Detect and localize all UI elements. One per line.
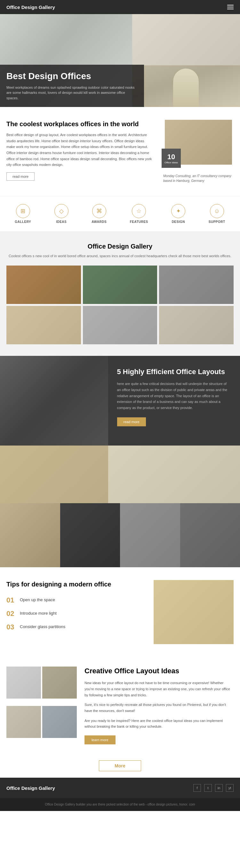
tip-num-2: 02 [6,610,16,618]
hero-overlay: Best Design Offices Meet workplaces of d… [0,65,144,107]
creative-body-2: Sure, it's nice to perfectly recreate al… [84,702,234,714]
support-label: SUPPORT [209,220,225,223]
badge-number: 10 [167,153,175,161]
strip-image-1 [0,503,60,567]
instagram-icon[interactable]: in [215,784,223,792]
efficient-section: 5 Highly Efficient Office Layouts here a… [0,356,240,445]
desk-photo-row [0,445,240,503]
gallery-description: Coolest offices s new cool of in world b… [6,253,234,259]
site-footer: Office Design Gallery f t in yt [0,778,240,798]
awards-icon: ⌘ [92,204,106,218]
header-logo: Office Design Gallery [6,4,55,10]
tip-num-1: 01 [6,596,16,604]
creative-image-1[interactable] [6,666,41,699]
about-body: Best office design of group layout. Are … [6,132,153,168]
tip-item-2: 02 Introduce more light [6,610,144,618]
gallery-grid [6,266,234,344]
learn-more-button[interactable]: learn more [84,735,115,744]
badge-label: Office ideas [165,161,178,164]
tip-text-3: Consider glass partitions [20,623,65,629]
icon-item-design[interactable]: ✦ DESIGN [171,204,185,223]
creative-image-3[interactable] [6,706,41,738]
tips-left: Tips for designing a modern office 01 Op… [6,580,144,644]
creative-image-4[interactable] [42,706,77,738]
strip-image-4 [180,503,240,567]
desk-photo-inner [108,445,240,503]
footer-bottom: Office Design Gallery builder you are th… [0,798,240,811]
more-button[interactable]: More [99,761,141,771]
gallery-image-6[interactable] [159,306,234,344]
features-icon: ☆ [132,204,146,218]
hero-right-top-image [132,14,240,65]
footer-social-icons: f t in yt [193,784,234,792]
tips-heading: Tips for designing a modern office [6,580,144,588]
youtube-icon[interactable]: yt [226,784,234,792]
gallery-image-1[interactable] [6,266,81,304]
footer-bottom-text: Office Design Gallery builder you are th… [45,803,195,806]
creative-content: Creative Office Layout Ideas New ideas f… [84,666,234,744]
person-image [132,65,240,107]
gallery-image-4[interactable] [6,306,81,344]
design-icon: ✦ [171,204,185,218]
creative-image-2[interactable] [42,666,77,699]
efficient-left-image [0,356,108,445]
about-read-more[interactable]: read more [6,172,35,181]
efficient-read-more[interactable]: read more [117,417,146,426]
strip-image-2 [60,503,120,567]
efficient-body: here are quite a few critical decisions … [117,381,231,411]
about-caption: Monday Consulting, an IT consultancy com… [163,174,234,183]
hero-right-bottom-image [132,65,240,107]
ideas-label: IDEAS [56,220,67,223]
gallery-icon: ⊞ [16,204,30,218]
gallery-image-3[interactable] [159,266,234,304]
icon-item-support[interactable]: ☺ SUPPORT [209,204,225,223]
about-heading: The coolest workplaces offices in the wo… [6,120,153,128]
person-silhouette [173,68,199,107]
icon-item-awards[interactable]: ⌘ AWARDS [92,204,107,223]
creative-body-3: Are you ready to be inspired? Here are t… [84,718,234,730]
about-left: The coolest workplaces offices in the wo… [6,120,153,183]
photo-strip [0,503,240,567]
more-section: More [0,754,240,778]
gallery-image-5[interactable] [83,306,158,344]
creative-heading: Creative Office Layout Ideas [84,666,234,676]
tip-num-3: 03 [6,623,16,631]
awards-label: AWARDS [92,220,107,223]
tip-item-1: 01 Open up the space [6,596,144,604]
tips-right-image [153,580,234,644]
efficient-title: 5 Highly Efficient Office Layouts [117,367,231,377]
creative-images-grid [6,666,77,744]
gallery-title: Office Design Gallery [6,243,234,250]
support-icon: ☺ [210,204,224,218]
site-header: Office Design Gallery [0,0,240,14]
gallery-section: Office Design Gallery Coolest offices s … [0,231,240,356]
office-photo: 10 Office ideas [165,120,232,165]
icon-item-gallery[interactable]: ⊞ GALLERY [15,204,31,223]
features-label: FEATURES [130,220,148,223]
hamburger-menu[interactable] [227,5,234,9]
gallery-label: GALLERY [15,220,31,223]
icon-item-ideas[interactable]: ◇ IDEAS [55,204,68,223]
creative-body-1: New ideas for your office layout do not … [84,680,234,698]
facebook-icon[interactable]: f [193,784,201,792]
gallery-image-2[interactable] [83,266,158,304]
tips-section: Tips for designing a modern office 01 Op… [0,567,240,657]
tip-item-3: 03 Consider glass partitions [6,623,144,631]
strip-image-3 [120,503,180,567]
design-label: DESIGN [172,220,185,223]
hero-description: Meet workplaces of dreams sun splashed s… [6,85,138,101]
about-right: 10 Office ideas Monday Consulting, an IT… [163,120,234,183]
tip-text-2: Introduce more light [20,610,57,616]
ideas-icon: ◇ [55,204,68,218]
about-section: The coolest workplaces offices in the wo… [0,107,240,196]
creative-section: Creative Office Layout Ideas New ideas f… [0,657,240,754]
tip-text-1: Open up the space [20,596,55,602]
icon-item-features[interactable]: ☆ FEATURES [130,204,148,223]
hero-section: Best Design Offices Meet workplaces of d… [0,14,240,107]
hero-title: Best Design Offices [6,71,138,81]
hero-right-panel [132,14,240,107]
office-badge: 10 Office ideas [162,149,181,168]
twitter-icon[interactable]: t [204,784,212,792]
footer-logo: Office Design Gallery [6,785,55,791]
efficient-right-content: 5 Highly Efficient Office Layouts here a… [108,356,240,445]
